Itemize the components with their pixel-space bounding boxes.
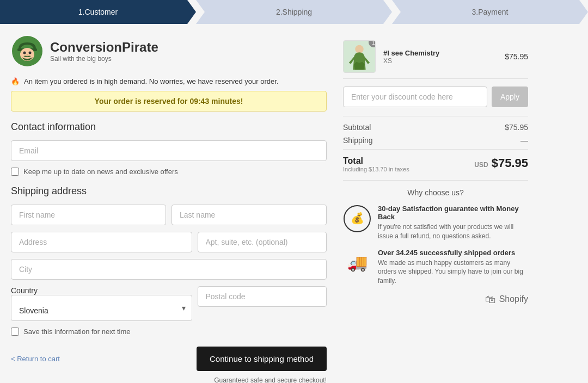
why-item-1: 💰 30-day Satisfaction guarantee with Mon…: [343, 205, 528, 241]
right-panel: 1 #I see Chemistry XS $75.95 Apply Subto…: [343, 35, 528, 383]
secure-checkout-text: Guaranteed safe and secure checkout!: [11, 376, 327, 383]
progress-bar: 1.Customer 2.Shipping 3.Payment: [0, 0, 588, 24]
svg-text:💰: 💰: [351, 212, 364, 225]
why-item-1-text: 30-day Satisfaction guarantee with Money…: [378, 205, 528, 241]
product-name: #I see Chemistry: [383, 49, 497, 57]
total-row: Total Including $13.70 in taxes USD $75.…: [343, 149, 528, 172]
product-variant: XS: [383, 57, 497, 65]
city-field[interactable]: [11, 259, 327, 280]
shipping-label: Shipping: [343, 136, 373, 145]
save-info-label: Save this information for next time: [23, 328, 131, 336]
brand-name: ConversionPirate Sail with the big boys: [50, 40, 158, 63]
demand-notice: 🔥 An item you ordered is in high demand.…: [11, 77, 327, 85]
why-item-2-desc: We made as much happy customers as many …: [378, 258, 528, 286]
save-info-checkbox[interactable]: [11, 328, 19, 336]
shopify-label: Shopify: [499, 294, 528, 304]
why-title: Why choose us?: [343, 188, 528, 197]
svg-point-4: [29, 52, 32, 54]
svg-text:🚚: 🚚: [347, 253, 368, 273]
subtotal-label: Subtotal: [343, 123, 371, 132]
svg-point-3: [23, 52, 26, 54]
shopify-icon: 🛍: [485, 293, 496, 306]
timer-bar: Your order is reserved for 09:43 minutes…: [11, 91, 327, 112]
why-item-2-title: Over 34.245 successfully shipped orders: [378, 249, 528, 257]
address-row: [11, 232, 327, 252]
price-summary: Subtotal $75.95 Shipping — Total Includi…: [343, 116, 528, 172]
save-info-row: Save this information for next time: [11, 328, 327, 336]
shopify-footer: 🛍 Shopify: [343, 293, 528, 306]
left-panel: ConversionPirate Sail with the big boys …: [11, 35, 327, 383]
address-field[interactable]: [11, 232, 192, 252]
discount-row: Apply: [343, 87, 528, 107]
newsletter-row: Keep me up to date on news and exclusive…: [11, 168, 327, 176]
city-group: [11, 259, 327, 280]
total-label: Total: [343, 156, 363, 165]
last-name-field[interactable]: [171, 205, 327, 225]
first-name-field[interactable]: [11, 205, 166, 225]
total-currency: USD: [474, 161, 488, 169]
newsletter-checkbox[interactable]: [11, 168, 19, 176]
why-section: Why choose us? 💰 30-day Satisfaction gua…: [343, 180, 528, 286]
continue-button[interactable]: Continue to shipping method: [197, 347, 327, 371]
subtotal-row: Subtotal $75.95: [343, 123, 528, 132]
svg-point-7: [355, 45, 363, 53]
why-item-1-desc: If you're not satisfied with your produc…: [378, 223, 528, 241]
logo-area: ConversionPirate Sail with the big boys: [11, 35, 327, 67]
shipping-row: Shipping —: [343, 136, 528, 145]
product-info: #I see Chemistry XS: [383, 49, 497, 65]
total-amount: $75.95: [492, 156, 528, 170]
step-customer[interactable]: 1.Customer: [0, 0, 196, 24]
shipping-section-title: Shipping address: [11, 186, 327, 197]
tax-note: Including $13.70 in taxes: [343, 166, 409, 172]
shipping-value: —: [520, 136, 528, 145]
postal-field[interactable]: [198, 286, 327, 307]
email-field[interactable]: [11, 140, 327, 161]
fire-icon: 🔥: [11, 77, 20, 85]
why-item-2: 🚚 Over 34.245 successfully shipped order…: [343, 249, 528, 286]
product-price: $75.95: [505, 52, 528, 61]
footer-actions: < Return to cart Continue to shipping me…: [11, 347, 327, 371]
step-shipping[interactable]: 2.Shipping: [196, 0, 392, 24]
name-row: [11, 205, 327, 225]
product-image: 1: [343, 40, 376, 73]
discount-input[interactable]: [343, 87, 487, 107]
apply-discount-button[interactable]: Apply: [492, 87, 528, 107]
apt-field[interactable]: [198, 232, 327, 252]
svg-point-5: [27, 54, 28, 55]
product-row: 1 #I see Chemistry XS $75.95: [343, 35, 528, 79]
why-item-2-text: Over 34.245 successfully shipped orders …: [378, 249, 528, 286]
country-select[interactable]: Slovenia United States Germany France: [11, 295, 192, 321]
newsletter-label: Keep me up to date on news and exclusive…: [23, 168, 178, 176]
contact-section-title: Contact information: [11, 121, 327, 133]
country-postal-row: Country Slovenia United States Germany F…: [11, 286, 327, 321]
shipping-icon: 🚚: [343, 249, 371, 277]
subtotal-value: $75.95: [505, 123, 528, 132]
why-item-1-title: 30-day Satisfaction guarantee with Money…: [378, 205, 528, 221]
brand-logo: [11, 35, 44, 67]
return-to-cart-link[interactable]: < Return to cart: [11, 355, 60, 363]
email-group: [11, 140, 327, 161]
step-payment[interactable]: 3.Payment: [392, 0, 588, 24]
money-back-icon: 💰: [343, 205, 371, 233]
